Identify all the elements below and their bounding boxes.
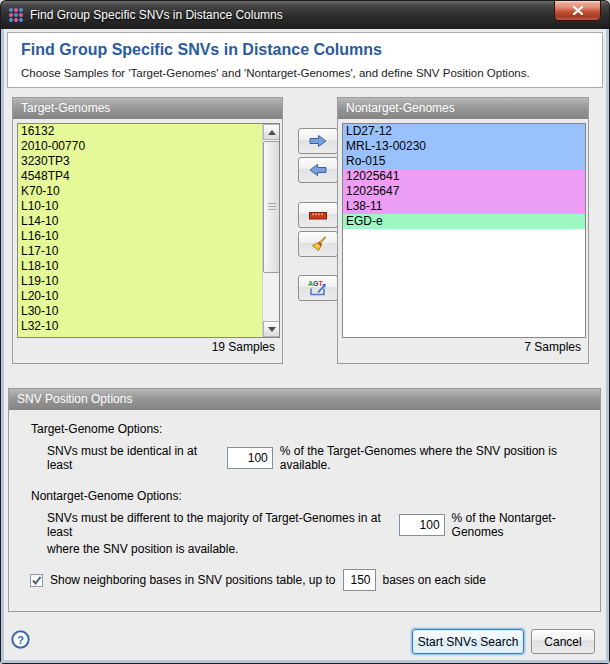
list-item[interactable]: MRL-13-00230 bbox=[343, 139, 585, 154]
show-snv-table-button[interactable]: AGT bbox=[298, 275, 338, 301]
scroll-down-button[interactable] bbox=[263, 321, 280, 337]
snv-position-options-group: SNV Position Options Target-Genome Optio… bbox=[8, 388, 601, 612]
scroll-up-button[interactable] bbox=[263, 124, 280, 140]
arrow-left-icon bbox=[308, 163, 328, 177]
nontarget-rule-row: SNVs must be different to the majority o… bbox=[47, 511, 600, 539]
nontarget-rule-prefix: SNVs must be different to the majority o… bbox=[47, 511, 392, 539]
target-genomes-panel: Target-Genomes 16132 2010-00770 3230TP3 … bbox=[12, 97, 283, 364]
target-rule-suffix: % of the Target-Genomes where the SNV po… bbox=[280, 444, 600, 472]
neighbor-bases-checkbox[interactable] bbox=[30, 574, 43, 587]
red-ruler-icon bbox=[309, 211, 327, 220]
thumb-grip-icon bbox=[268, 203, 276, 210]
agt-table-icon: AGT bbox=[307, 279, 329, 297]
checkmark-icon bbox=[31, 575, 42, 586]
help-question-icon: ? bbox=[10, 629, 31, 650]
arrow-right-icon bbox=[308, 134, 328, 148]
list-item[interactable]: 2010-00770 bbox=[18, 139, 262, 154]
cancel-button[interactable]: Cancel bbox=[531, 629, 595, 654]
target-genomes-list[interactable]: 16132 2010-00770 3230TP3 4548TP4 K70-10 … bbox=[17, 123, 280, 338]
vertical-scrollbar[interactable] bbox=[262, 124, 279, 337]
remove-samples-button[interactable] bbox=[298, 202, 338, 228]
list-item[interactable]: L14-10 bbox=[18, 214, 262, 229]
target-genome-options-label: Target-Genome Options: bbox=[31, 422, 162, 436]
svg-text:AGT: AGT bbox=[308, 280, 324, 287]
list-item[interactable]: L19-10 bbox=[18, 274, 262, 289]
nontarget-genome-options-label: Nontarget-Genome Options: bbox=[31, 489, 182, 503]
target-samples-count: 19 Samples bbox=[212, 340, 275, 354]
nontarget-genomes-panel-title: Nontarget-Genomes bbox=[338, 98, 588, 119]
app-dots-logo-icon bbox=[8, 7, 24, 23]
nontarget-genomes-list[interactable]: LD27-12 MRL-13-00230 Ro-015 12025641 120… bbox=[342, 123, 586, 338]
list-item[interactable]: 12025641 bbox=[343, 169, 585, 184]
list-item[interactable]: K70-10 bbox=[18, 184, 262, 199]
nontarget-percent-input[interactable] bbox=[399, 514, 445, 536]
list-item[interactable]: L20-10 bbox=[18, 289, 262, 304]
list-item[interactable]: L16-10 bbox=[18, 229, 262, 244]
page-subtitle: Choose Samples for 'Target-Genomes' and … bbox=[21, 67, 530, 79]
close-x-icon bbox=[573, 6, 583, 15]
snv-position-options-title: SNV Position Options bbox=[9, 389, 600, 410]
neighbor-bases-suffix: bases on each side bbox=[383, 573, 486, 587]
dialog-header: Find Group Specific SNVs in Distance Col… bbox=[7, 32, 603, 88]
nontarget-rule-suffix-line2: where the SNV position is available. bbox=[47, 542, 238, 556]
target-rule-prefix: SNVs must be identical in at least bbox=[47, 444, 220, 472]
neighbor-bases-row: Show neighboring bases in SNV positions … bbox=[30, 569, 486, 591]
help-button[interactable]: ? bbox=[10, 629, 31, 650]
target-percent-input[interactable] bbox=[227, 447, 273, 469]
list-item[interactable]: 12025647 bbox=[343, 184, 585, 199]
list-item[interactable]: 4548TP4 bbox=[18, 169, 262, 184]
page-title: Find Group Specific SNVs in Distance Col… bbox=[21, 41, 382, 59]
list-item[interactable]: L10-10 bbox=[18, 199, 262, 214]
window-title: Find Group Specific SNVs in Distance Col… bbox=[30, 8, 283, 22]
nontarget-rule-suffix-line1: % of the Nontarget-Genomes bbox=[452, 511, 600, 539]
move-to-target-button[interactable] bbox=[298, 157, 338, 183]
move-to-nontarget-button[interactable] bbox=[298, 128, 338, 154]
list-item[interactable]: Ro-015 bbox=[343, 154, 585, 169]
dialog-frame: Find Group Specific SNVs in Distance Col… bbox=[1, 29, 609, 663]
broom-icon bbox=[310, 236, 327, 252]
close-button[interactable] bbox=[554, 1, 601, 21]
target-rule-row: SNVs must be identical in at least % of … bbox=[47, 444, 600, 472]
triangle-up-icon bbox=[268, 130, 276, 135]
list-item[interactable]: L17-10 bbox=[18, 244, 262, 259]
nontarget-samples-count: 7 Samples bbox=[524, 340, 581, 354]
titlebar: Find Group Specific SNVs in Distance Col… bbox=[1, 1, 609, 29]
list-item[interactable]: L30-10 bbox=[18, 304, 262, 319]
list-item[interactable]: L38-11 bbox=[343, 199, 585, 214]
list-item[interactable]: LD27-12 bbox=[343, 124, 585, 139]
scrollbar-thumb[interactable] bbox=[263, 141, 280, 273]
list-item[interactable]: 16132 bbox=[18, 124, 262, 139]
start-snvs-search-button[interactable]: Start SNVs Search bbox=[412, 629, 524, 654]
list-item[interactable]: EGD-e bbox=[343, 214, 585, 229]
list-item[interactable]: 3230TP3 bbox=[18, 154, 262, 169]
list-item[interactable]: L32-10 bbox=[18, 319, 262, 334]
neighbor-bases-label: Show neighboring bases in SNV positions … bbox=[50, 573, 336, 587]
dialog-window: Find Group Specific SNVs in Distance Col… bbox=[0, 0, 610, 664]
clear-lists-button[interactable] bbox=[298, 231, 338, 257]
neighbor-bases-input[interactable] bbox=[343, 569, 376, 591]
nontarget-genomes-panel: Nontarget-Genomes LD27-12 MRL-13-00230 R… bbox=[337, 97, 589, 364]
svg-text:?: ? bbox=[17, 634, 24, 646]
triangle-down-icon bbox=[268, 327, 276, 332]
target-genomes-panel-title: Target-Genomes bbox=[13, 98, 282, 119]
list-item[interactable]: L18-10 bbox=[18, 259, 262, 274]
